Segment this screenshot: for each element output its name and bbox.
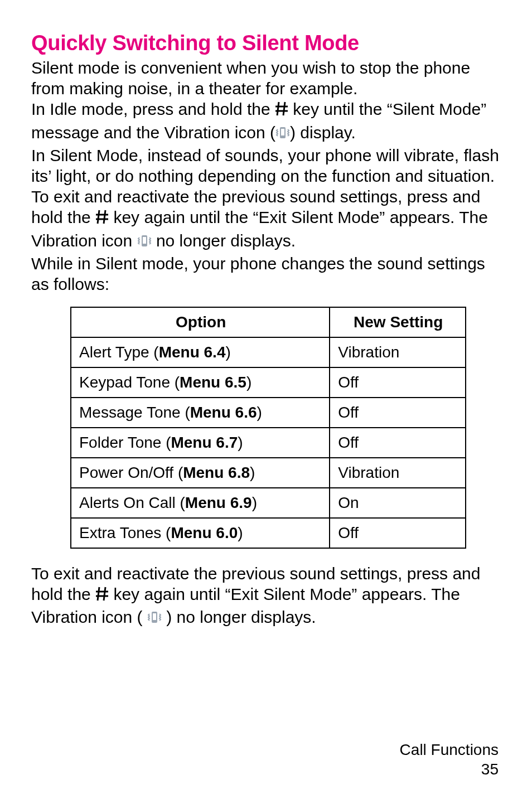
setting-cell: Off	[330, 367, 466, 398]
page-footer: Call Functions 35	[400, 740, 499, 779]
option-cell: Alert Type (Menu 6.4)	[71, 337, 330, 367]
paragraph-5: While in Silent mode, your phone changes…	[31, 253, 505, 294]
option-cell: Folder Tone (Menu 6.7)	[71, 428, 330, 458]
vibration-icon	[137, 233, 152, 253]
paragraph-3: In Silent Mode, instead of sounds, your …	[31, 145, 505, 186]
outro-part-c: ) no longer displays.	[162, 608, 316, 626]
option-prefix: Power On/Off (	[79, 464, 183, 481]
setting-cell: Vibration	[330, 458, 466, 488]
option-prefix: Folder Tone (	[79, 434, 171, 451]
table-row: Message Tone (Menu 6.6) Off	[71, 398, 466, 428]
svg-rect-5	[281, 129, 284, 135]
option-cell: Power On/Off (Menu 6.8)	[71, 458, 330, 488]
option-suffix: )	[250, 464, 255, 481]
table-header-row: Option New Setting	[71, 307, 466, 337]
option-suffix: )	[246, 374, 252, 391]
table-row: Alert Type (Menu 6.4) Vibration	[71, 337, 466, 367]
hash-key-icon	[275, 100, 288, 122]
menu-ref: Menu 6.6	[190, 404, 257, 421]
table-row: Keypad Tone (Menu 6.5) Off	[71, 367, 466, 398]
vibration-icon	[147, 609, 162, 629]
p4-part-c: no longer displays.	[152, 231, 296, 250]
option-prefix: Alerts On Call (	[79, 494, 185, 511]
paragraph-2: In Idle mode, press and hold the key unt…	[31, 99, 505, 144]
footer-page-number: 35	[400, 759, 499, 779]
setting-cell: Off	[330, 518, 466, 548]
option-cell: Keypad Tone (Menu 6.5)	[71, 367, 330, 398]
option-suffix: )	[225, 343, 230, 361]
option-suffix: )	[257, 404, 262, 421]
svg-line-13	[104, 587, 105, 601]
menu-ref: Menu 6.0	[171, 524, 238, 541]
option-prefix: Keypad Tone (	[79, 374, 180, 391]
page: Quickly Switching to Silent Mode Silent …	[0, 0, 532, 799]
option-cell: Alerts On Call (Menu 6.9)	[71, 488, 330, 518]
menu-ref: Menu 6.8	[183, 464, 250, 481]
col-header-setting: New Setting	[330, 307, 466, 337]
setting-cell: Off	[330, 398, 466, 428]
menu-ref: Menu 6.7	[171, 434, 238, 451]
option-prefix: Extra Tones (	[79, 524, 171, 541]
setting-cell: Vibration	[330, 337, 466, 367]
svg-line-0	[277, 102, 279, 115]
hash-key-icon	[95, 209, 109, 230]
body-block: Silent mode is convenient when you wish …	[31, 57, 505, 294]
p2-part-a: In Idle mode, press and hold the	[31, 100, 275, 118]
setting-cell: On	[330, 488, 466, 518]
option-suffix: )	[238, 524, 243, 541]
paragraph-4: To exit and reactivate the previous soun…	[31, 186, 505, 253]
svg-rect-17	[153, 613, 156, 620]
table-row: Extra Tones (Menu 6.0) Off	[71, 518, 466, 548]
option-prefix: Message Tone (	[79, 404, 190, 421]
option-prefix: Alert Type (	[79, 343, 159, 361]
option-cell: Message Tone (Menu 6.6)	[71, 398, 330, 428]
setting-cell: Off	[330, 428, 466, 458]
p2-part-c: ) display.	[290, 123, 356, 142]
settings-table: Option New Setting Alert Type (Menu 6.4)…	[70, 307, 466, 549]
outro-paragraph: To exit and reactivate the previous soun…	[31, 563, 505, 630]
option-cell: Extra Tones (Menu 6.0)	[71, 518, 330, 548]
svg-line-12	[98, 587, 99, 601]
menu-ref: Menu 6.9	[185, 494, 252, 511]
paragraph-1: Silent mode is convenient when you wish …	[31, 57, 505, 99]
vibration-icon	[275, 124, 290, 145]
footer-section-label: Call Functions	[400, 740, 499, 759]
table-row: Alerts On Call (Menu 6.9) On	[71, 488, 466, 518]
col-header-option: Option	[71, 307, 330, 337]
svg-line-6	[98, 210, 99, 224]
menu-ref: Menu 6.5	[180, 374, 246, 391]
menu-ref: Menu 6.4	[159, 343, 226, 361]
section-heading: Quickly Switching to Silent Mode	[31, 31, 505, 55]
svg-line-1	[283, 102, 285, 115]
svg-line-7	[104, 210, 105, 224]
option-suffix: )	[252, 494, 257, 511]
table-row: Folder Tone (Menu 6.7) Off	[71, 428, 466, 458]
svg-rect-11	[143, 237, 146, 244]
table-row: Power On/Off (Menu 6.8) Vibration	[71, 458, 466, 488]
option-suffix: )	[238, 434, 243, 451]
hash-key-icon	[95, 585, 109, 607]
